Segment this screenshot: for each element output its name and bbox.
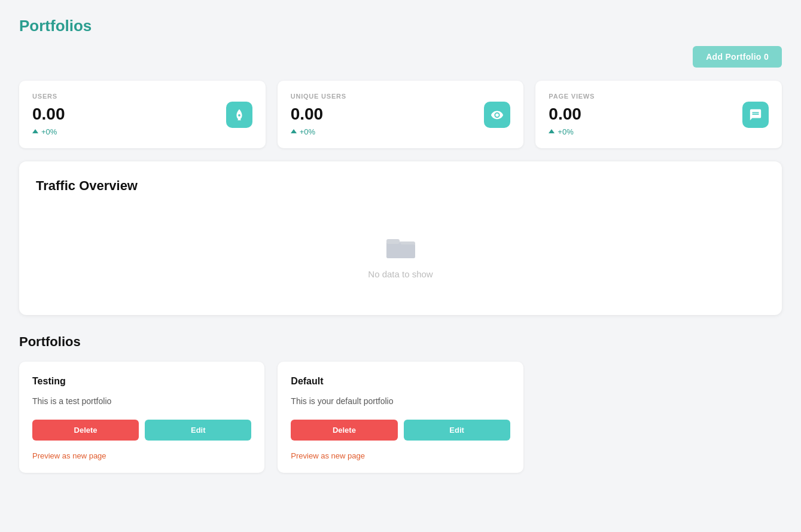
stat-value-page-views: 0.00 [549,105,595,124]
stats-row: USERS 0.00 +0% UNIQUE USERS 0.00 +0% [19,81,782,148]
stat-change-text-unique-users: +0% [300,127,315,136]
stat-change-page-views: +0% [549,127,595,136]
no-data-text: No data to show [368,269,433,279]
trend-up-icon-unique-users [291,129,297,133]
stat-card-users-left: USERS 0.00 +0% [32,93,65,136]
stat-change-text-users: +0% [41,127,57,136]
stat-value-users: 0.00 [32,105,65,124]
stat-label-unique-users: UNIQUE USERS [291,93,346,100]
portfolio-actions: Delete Edit [291,420,510,441]
stat-card-users: USERS 0.00 +0% [19,81,266,148]
trend-up-icon-users [32,129,38,133]
stat-value-unique-users: 0.00 [291,105,346,124]
stat-card-page-views-left: PAGE VIEWS 0.00 +0% [549,93,595,136]
portfolio-actions: Delete Edit [32,420,251,441]
portfolio-card: Default This is your default portfolio D… [278,362,523,473]
stat-icon-page-views [742,102,769,128]
portfolio-description: This is your default portfolio [291,395,510,408]
delete-button[interactable]: Delete [32,420,139,441]
chat-icon [749,108,762,121]
add-portfolio-button[interactable]: Add Portfolio 0 [693,46,782,68]
svg-rect-1 [386,239,400,244]
stat-change-unique-users: +0% [291,127,346,136]
stat-label-page-views: PAGE VIEWS [549,93,595,100]
preview-link[interactable]: Preview as new page [32,451,106,460]
portfolio-name: Default [291,376,510,387]
top-bar: Add Portfolio 0 [19,46,782,68]
trend-up-icon-page-views [549,129,555,133]
stat-icon-users [226,102,252,128]
portfolios-section: Portfolios Testing This is a test portfo… [19,334,782,473]
rocket-icon [233,108,246,121]
portfolio-description: This is a test portfolio [32,395,251,408]
preview-link[interactable]: Preview as new page [291,451,365,460]
stat-icon-unique-users [484,102,510,128]
stat-change-text-page-views: +0% [558,127,573,136]
stat-label-users: USERS [32,93,65,100]
delete-button[interactable]: Delete [291,420,397,441]
portfolio-card: Testing This is a test portfolio Delete … [19,362,264,473]
traffic-overview-title: Traffic Overview [36,178,765,194]
portfolios-section-title: Portfolios [19,334,782,350]
portfolio-name: Testing [32,376,251,387]
stat-card-page-views: PAGE VIEWS 0.00 +0% [535,81,782,148]
no-data-area: No data to show [36,218,765,291]
edit-button[interactable]: Edit [145,420,251,441]
portfolios-grid: Testing This is a test portfolio Delete … [19,362,782,473]
eye-icon [491,108,504,121]
traffic-overview-card: Traffic Overview No data to show [19,161,782,315]
stat-card-unique-users: UNIQUE USERS 0.00 +0% [278,81,524,148]
edit-button[interactable]: Edit [404,420,510,441]
stat-card-unique-users-left: UNIQUE USERS 0.00 +0% [291,93,346,136]
page-title: Portfolios [19,17,782,35]
no-data-folder-icon [386,236,415,262]
stat-change-users: +0% [32,127,65,136]
